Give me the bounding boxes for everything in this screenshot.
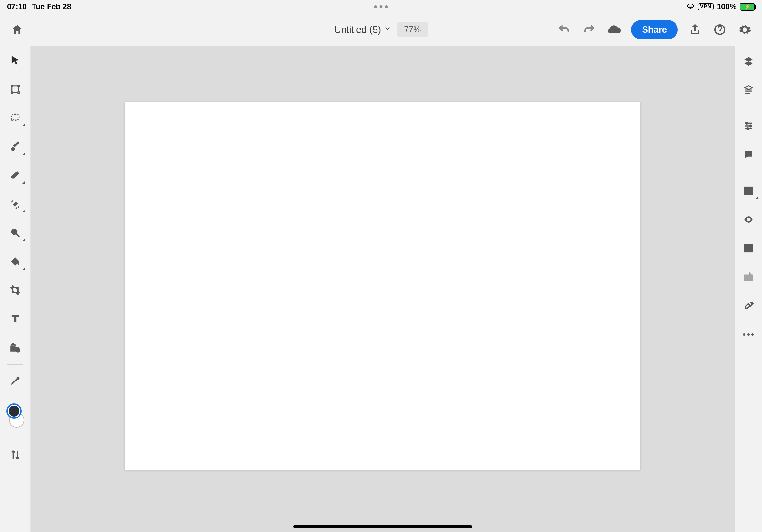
top-toolbar: Untitled (5) 77% Share xyxy=(0,13,762,46)
fill-tool[interactable] xyxy=(6,255,24,268)
redo-button[interactable] xyxy=(581,22,597,37)
vpn-badge: VPN xyxy=(698,3,714,10)
crop-tool[interactable] xyxy=(6,284,24,297)
delete-layer-button[interactable] xyxy=(740,299,758,312)
submenu-indicator-icon xyxy=(22,181,25,184)
status-right: VPN 100% ⚡ xyxy=(686,2,755,11)
smudge-tool[interactable] xyxy=(6,227,24,239)
add-layer-button[interactable] xyxy=(740,184,758,197)
separator xyxy=(741,172,756,173)
layer-properties-button[interactable] xyxy=(740,84,758,96)
brush-tool[interactable] xyxy=(6,140,24,153)
submenu-indicator-icon xyxy=(22,153,25,155)
separator xyxy=(7,364,23,365)
layers-panel-button[interactable] xyxy=(740,55,758,68)
adjustments-button[interactable] xyxy=(740,120,758,132)
main-area xyxy=(0,46,762,532)
visibility-button[interactable] xyxy=(740,213,758,226)
help-button[interactable] xyxy=(712,22,727,37)
canvas[interactable] xyxy=(125,102,641,470)
clip-button[interactable] xyxy=(740,270,758,283)
svg-point-4 xyxy=(749,125,751,127)
battery-percent: 100% xyxy=(717,2,736,11)
svg-point-8 xyxy=(747,246,750,250)
eraser-tool[interactable] xyxy=(6,169,24,182)
type-tool[interactable] xyxy=(6,312,24,325)
home-button[interactable] xyxy=(10,22,25,37)
chevron-down-icon xyxy=(384,26,391,34)
move-tool[interactable] xyxy=(6,54,24,67)
separator xyxy=(741,108,756,108)
submenu-indicator-icon xyxy=(22,267,25,270)
color-swatches[interactable] xyxy=(6,403,24,428)
undo-button[interactable] xyxy=(557,22,572,37)
home-indicator[interactable] xyxy=(293,525,472,528)
dot-icon xyxy=(380,5,383,8)
status-time: 07:10 xyxy=(7,2,27,11)
svg-point-3 xyxy=(746,122,748,124)
dot-icon xyxy=(374,5,377,8)
zoom-level[interactable]: 77% xyxy=(397,22,427,37)
submenu-indicator-icon xyxy=(22,124,25,126)
status-bar: 07:10 Tue Feb 28 VPN 100% ⚡ xyxy=(0,0,762,13)
eyedropper-tool[interactable] xyxy=(6,375,24,387)
canvas-viewport[interactable] xyxy=(31,46,734,532)
status-left: 07:10 Tue Feb 28 xyxy=(7,2,71,11)
svg-point-5 xyxy=(747,128,749,130)
charging-icon: ⚡ xyxy=(744,4,750,10)
more-icon xyxy=(743,333,754,336)
share-button[interactable]: Share xyxy=(631,20,678,39)
svg-rect-9 xyxy=(745,275,752,280)
settings-button[interactable] xyxy=(737,22,752,37)
submenu-indicator-icon xyxy=(22,210,25,212)
document-title-area: Untitled (5) 77% xyxy=(335,22,428,37)
submenu-indicator-icon xyxy=(756,196,758,199)
submenu-indicator-icon xyxy=(22,238,25,241)
document-title-button[interactable]: Untitled (5) xyxy=(335,24,391,35)
top-right-actions: Share xyxy=(557,20,752,39)
more-options-button[interactable] xyxy=(740,328,758,341)
left-toolbar xyxy=(0,46,31,532)
document-title: Untitled (5) xyxy=(335,24,381,35)
swap-colors-tool[interactable] xyxy=(6,448,24,461)
heal-tool[interactable] xyxy=(6,198,24,211)
battery-icon: ⚡ xyxy=(740,3,755,11)
comments-button[interactable] xyxy=(740,148,758,161)
foreground-color-swatch[interactable] xyxy=(6,403,22,419)
status-date: Tue Feb 28 xyxy=(32,2,71,11)
transform-tool[interactable] xyxy=(6,83,24,96)
dot-icon xyxy=(385,5,388,8)
right-toolbar xyxy=(734,46,762,532)
multitask-dots[interactable] xyxy=(374,5,388,8)
place-photo-tool[interactable] xyxy=(6,341,24,354)
separator xyxy=(7,438,23,438)
privacy-icon xyxy=(686,3,695,11)
lasso-tool[interactable] xyxy=(6,112,24,124)
cloud-sync-button[interactable] xyxy=(606,22,622,37)
export-button[interactable] xyxy=(687,22,703,37)
mask-button[interactable] xyxy=(740,242,758,254)
